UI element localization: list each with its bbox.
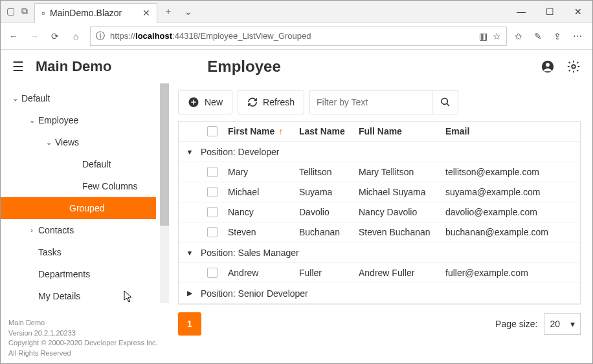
group-title: Position: Developer (201, 147, 279, 157)
chevron-down-icon: ⌄ (8, 94, 21, 103)
group-row[interactable]: ▼Position: Sales Manager (179, 242, 580, 263)
tree-item-default-root[interactable]: ⌄Default (1, 87, 169, 109)
row-checkbox[interactable] (207, 187, 218, 197)
tree-item-departments[interactable]: Departments (1, 263, 169, 285)
tab-activity-icon[interactable]: ⧉ (19, 6, 30, 17)
cell-firstname: Mary (224, 167, 295, 177)
plus-circle-icon (188, 96, 199, 108)
cell-firstname: Steven (224, 227, 295, 237)
column-header-firstname[interactable]: First Name↑ (224, 126, 295, 136)
cell-lastname: Buchanan (295, 227, 355, 237)
notes-icon[interactable]: ✎ (534, 31, 542, 41)
sort-asc-icon: ↑ (278, 126, 283, 136)
cell-lastname: Fuller (295, 268, 355, 278)
row-checkbox[interactable] (207, 268, 218, 278)
row-checkbox[interactable] (207, 167, 218, 177)
toolbar: New Refresh (178, 90, 581, 114)
new-button[interactable]: New (178, 90, 232, 114)
window-minimize-button[interactable]: ― (507, 6, 535, 17)
address-bar[interactable]: ⓘ https://localhost:44318/Employee_ListV… (90, 27, 507, 46)
svg-point-4 (442, 98, 447, 104)
group-row[interactable]: ▶Position: Senior Developer (179, 283, 580, 304)
cell-lastname: Davolio (295, 207, 355, 217)
pager: 1 Page size: 20 ▾ (178, 312, 581, 336)
svg-point-1 (546, 63, 550, 67)
share-icon[interactable]: ⇪ (554, 31, 561, 41)
column-header-email[interactable]: Email (442, 126, 580, 136)
page-current[interactable]: 1 (178, 312, 201, 336)
tree-item-views[interactable]: ⌄Views (1, 131, 169, 153)
tree-item-tasks[interactable]: Tasks (1, 241, 169, 263)
tree-item-view-default[interactable]: Default (1, 153, 169, 175)
cell-email: suyama@example.com (442, 187, 580, 197)
data-row[interactable]: NancyDavolioNancy Davoliodavolio@example… (179, 202, 580, 222)
cell-email: tellitson@example.com (442, 167, 580, 177)
tab-favicon: ▫ (41, 8, 45, 18)
forward-button: → (28, 31, 41, 41)
data-row[interactable]: AndrewFullerAndrew Fullerfuller@example.… (179, 263, 580, 283)
cell-email: fuller@example.com (442, 268, 580, 278)
data-row[interactable]: MichaelSuyamaMichael Suyamasuyama@exampl… (179, 182, 580, 202)
cell-email: davolio@example.com (442, 207, 580, 217)
hamburger-icon[interactable]: ☰ (12, 59, 24, 74)
favorites-icon[interactable]: ✩ (515, 31, 522, 41)
browser-toolbar: ← → ⟳ ⌂ ⓘ https://localhost:44318/Employ… (1, 23, 592, 50)
sidebar: ⌄Default ⌄Employee ⌄Views Default Few Co… (1, 83, 169, 363)
filter-input[interactable] (309, 90, 432, 114)
tree-item-contacts[interactable]: ›Contacts (1, 219, 169, 241)
back-button[interactable]: ← (7, 31, 20, 41)
cell-firstname: Nancy (224, 207, 295, 217)
tree-item-employee[interactable]: ⌄Employee (1, 109, 169, 131)
window-maximize-button[interactable]: ☐ (535, 6, 564, 17)
browser-tab-strip: ▢ ⧉ ▫ MainDemo.Blazor ✕ ＋ ⌄ ― ☐ ✕ (1, 1, 592, 23)
browser-tab[interactable]: ▫ MainDemo.Blazor ✕ (34, 3, 157, 23)
expand-down-icon: ▼ (179, 148, 201, 156)
refresh-button[interactable]: Refresh (238, 90, 304, 114)
data-grid: First Name↑ Last Name Full Name Email ▼P… (178, 121, 581, 305)
refresh-icon (247, 97, 258, 107)
data-row[interactable]: StevenBuchananSteven Buchananbuchanan@ex… (179, 222, 580, 242)
tree-item-mydetails[interactable]: My Details (1, 285, 169, 307)
scrollbar-thumb[interactable] (160, 83, 169, 226)
close-tab-icon[interactable]: ✕ (142, 8, 150, 18)
expand-right-icon: ▶ (179, 289, 201, 297)
url-text: https://localhost:44318/Employee_ListVie… (110, 31, 474, 41)
group-row[interactable]: ▼Position: Developer (179, 142, 580, 162)
cell-fullname: Andrew Fuller (355, 268, 442, 278)
row-checkbox[interactable] (207, 227, 218, 237)
page-title: Employee (207, 58, 280, 76)
main-content: New Refresh First Name↑ Last Name Full N… (169, 83, 592, 363)
tab-overflow-icon[interactable]: ⌄ (179, 6, 197, 17)
cell-fullname: Michael Suyama (355, 187, 442, 197)
tab-group-icon[interactable]: ▢ (5, 6, 16, 17)
column-header-fullname[interactable]: Full Name (355, 126, 442, 136)
page-size-select[interactable]: 20 ▾ (544, 313, 581, 335)
tab-title: MainDemo.Blazor (50, 8, 122, 18)
column-header-lastname[interactable]: Last Name (295, 126, 355, 136)
new-tab-button[interactable]: ＋ (157, 6, 179, 17)
favorite-icon[interactable]: ☆ (493, 31, 501, 41)
reading-view-icon[interactable]: ▥ (479, 31, 487, 41)
account-icon[interactable] (541, 59, 555, 74)
data-row[interactable]: MaryTellitsonMary Tellitsontellitson@exa… (179, 162, 580, 182)
page-size-label: Page size: (495, 319, 537, 329)
search-button[interactable] (432, 90, 458, 114)
svg-point-2 (572, 65, 576, 69)
window-close-button[interactable]: ✕ (564, 6, 592, 17)
select-all-checkbox[interactable] (207, 126, 218, 136)
cell-firstname: Michael (224, 187, 295, 197)
tree-item-view-grouped[interactable]: Grouped (1, 197, 156, 219)
search-icon (440, 97, 451, 107)
app-header: ☰ Main Demo Employee (1, 50, 592, 83)
home-button[interactable]: ⌂ (69, 31, 82, 41)
refresh-button[interactable]: ⟳ (49, 31, 62, 41)
settings-icon[interactable] (566, 59, 581, 74)
more-icon[interactable]: ⋯ (573, 31, 582, 41)
cell-firstname: Andrew (224, 268, 295, 278)
row-checkbox[interactable] (207, 207, 218, 217)
group-title: Position: Senior Developer (201, 288, 308, 299)
tree-item-view-fewcolumns[interactable]: Few Columns (1, 175, 169, 197)
chevron-down-icon: ▾ (570, 319, 575, 329)
cell-lastname: Suyama (295, 187, 355, 197)
site-info-icon[interactable]: ⓘ (96, 30, 105, 42)
